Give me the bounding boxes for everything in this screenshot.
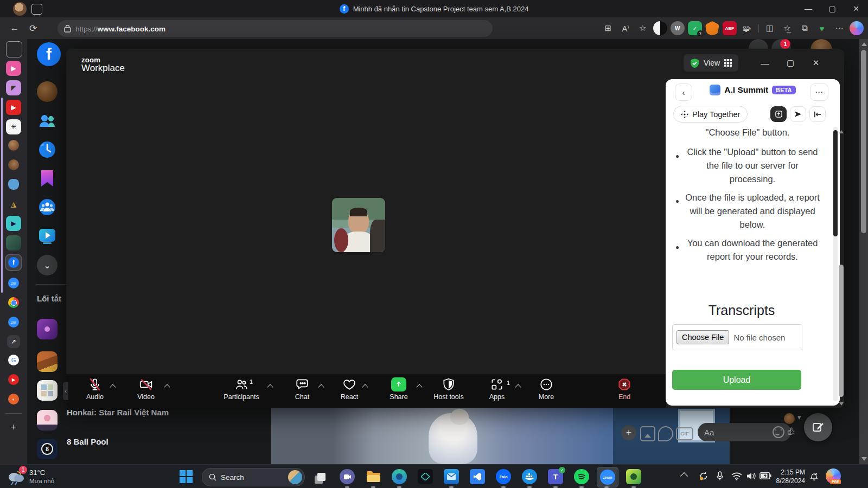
taskbar-game-app-icon[interactable]	[626, 469, 641, 484]
panel-inner-scrollbar-track[interactable]	[833, 127, 838, 401]
tray-notification-bell-icon[interactable]	[809, 472, 819, 481]
panel-more-button[interactable]: ⋯	[810, 84, 828, 101]
zoom-minimize-button[interactable]: —	[754, 54, 776, 72]
chat-mini-avatar[interactable]	[784, 413, 795, 424]
fb-memories-icon[interactable]	[37, 139, 58, 160]
browser-essentials-icon[interactable]: ♥	[815, 24, 829, 33]
facebook-logo[interactable]: f	[37, 42, 61, 66]
address-bar[interactable]: https://www.facebook.com	[58, 20, 493, 37]
fb-video-icon[interactable]	[37, 226, 58, 247]
choose-file-button[interactable]: Choose File	[676, 330, 729, 344]
zoom-close-button[interactable]: ✕	[805, 54, 827, 72]
sidebar-facebook-active-icon[interactable]: f	[6, 255, 21, 270]
more-button[interactable]: More	[524, 377, 569, 401]
weather-widget[interactable]: 1 31°C Mưa nhỏ	[3, 465, 88, 488]
sidebar-orange-app-icon[interactable]: ◐	[8, 394, 19, 404]
sidebar-triangle-logo-icon[interactable]: ◮	[8, 198, 19, 209]
refresh-button[interactable]: ⟳	[24, 20, 42, 36]
tray-mic-icon[interactable]	[716, 471, 724, 481]
audio-button[interactable]: Audio	[72, 377, 118, 401]
fb-see-more-chevron[interactable]: ⌄	[37, 255, 58, 275]
taskbar-zalo-icon[interactable]: Zalo	[496, 469, 511, 484]
participants-options-chevron[interactable]	[267, 384, 273, 390]
extensions-puzzle-icon[interactable]: 🧩︎	[740, 24, 754, 33]
read-aloud-icon[interactable]: A)	[618, 24, 633, 33]
sidebar-profile-site-icon-2[interactable]	[8, 159, 19, 170]
scrollbar-up-arrow[interactable]	[861, 42, 867, 46]
browser-restore-button[interactable]: ▢	[820, 0, 844, 17]
sidebar-zoom-icon-2[interactable]: zm	[8, 317, 19, 328]
browser-close-button[interactable]: ✕	[844, 0, 868, 17]
fb-shortcut-honkai-label[interactable]: Honkai: Star Rail Việt Nam	[67, 408, 208, 417]
sidebar-chrome-icon[interactable]	[8, 297, 19, 308]
chat-like-icon[interactable]: 👍︎	[786, 425, 796, 438]
fb-shortcut-honkai-icon[interactable]	[37, 410, 58, 431]
back-button[interactable]: ←	[5, 20, 24, 36]
file-input[interactable]: Choose File No file chosen	[672, 324, 802, 350]
chat-button[interactable]: Chat	[279, 377, 325, 401]
copilot-icon[interactable]	[850, 21, 864, 35]
fb-shortcut-8ball-icon[interactable]: 8	[37, 439, 58, 459]
sidebar-chatgpt-icon[interactable]: ✳	[6, 119, 21, 134]
view-button[interactable]: View	[684, 54, 738, 72]
panel-collapse-button[interactable]	[809, 106, 826, 122]
end-button[interactable]: End	[602, 377, 647, 401]
collections-icon[interactable]: ⧉	[797, 23, 812, 33]
sidebar-teal-video-app-icon[interactable]: ▶	[6, 216, 21, 231]
taskbar-spotify-icon[interactable]	[574, 469, 589, 484]
start-button[interactable]	[179, 470, 193, 484]
apps-button[interactable]: Apps	[474, 377, 520, 401]
chat-photo-icon[interactable]	[640, 426, 655, 441]
play-together-button[interactable]: Play Together	[673, 106, 748, 123]
tray-update-icon[interactable]	[699, 471, 709, 481]
task-view-button[interactable]	[314, 469, 329, 484]
panel-outer-scrollbar[interactable]	[839, 130, 844, 406]
panel-scroll-thumb[interactable]	[839, 265, 844, 397]
tray-copilot-icon[interactable]: PRE	[826, 468, 841, 484]
settings-menu-icon[interactable]: ⋯	[832, 23, 846, 33]
taskbar-search[interactable]: Search	[202, 468, 305, 486]
metamask-extension-icon[interactable]	[705, 21, 719, 35]
taskbar-mail-icon[interactable]	[444, 469, 459, 484]
taskbar-edge-icon[interactable]	[392, 469, 407, 484]
sidebar-zoom-icon[interactable]: zm	[8, 278, 19, 288]
upload-button[interactable]: Upload	[672, 370, 801, 390]
fb-shortcut-map-icon[interactable]	[37, 380, 58, 401]
panel-scroll-down-arrow[interactable]	[839, 402, 844, 406]
shield-extension-icon[interactable]: ✓7	[688, 21, 702, 35]
taskbar-docker-icon[interactable]	[522, 469, 537, 484]
panel-popout-button[interactable]	[770, 106, 787, 122]
scrollbar-down-arrow[interactable]	[861, 457, 867, 461]
sidebar-violet-video-app-icon[interactable]: ◤	[6, 80, 21, 95]
panel-inner-scrollbar-thumb[interactable]	[833, 130, 838, 236]
sidebar-add-button[interactable]: +	[6, 420, 21, 435]
browser-minimize-button[interactable]: —	[796, 0, 820, 17]
taskbar-file-explorer-icon[interactable]	[366, 469, 381, 484]
dark-reader-extension-icon[interactable]	[653, 21, 667, 35]
favorite-star-icon[interactable]: ☆	[636, 23, 650, 33]
chat-gif-icon[interactable]: GIF	[676, 427, 693, 440]
fb-friends-icon[interactable]	[37, 111, 58, 131]
taskbar-zoom-icon[interactable]: zoom	[600, 470, 615, 485]
sidebar-profile-site-icon[interactable]	[8, 140, 19, 151]
tray-clock[interactable]: 2:15 PM 8/28/2024	[773, 468, 805, 485]
fb-shortcut-building-icon[interactable]	[37, 351, 58, 372]
taskbar-predator-icon[interactable]	[418, 469, 433, 484]
search-daily-image[interactable]	[288, 470, 302, 484]
taskbar-meet-app-icon[interactable]	[340, 469, 355, 484]
panel-scroll-up-arrow[interactable]	[839, 130, 844, 133]
sidebar-google-icon[interactable]: G	[8, 355, 19, 365]
chat-collapse-chevron[interactable]: ▾	[797, 413, 801, 421]
taskbar-zoom-active-highlight[interactable]: zoom	[597, 467, 618, 487]
w-extension-icon[interactable]: W	[671, 21, 685, 35]
panel-send-button[interactable]	[790, 106, 806, 122]
tray-expand-chevron[interactable]	[680, 472, 688, 480]
sidebar-tabs-icon[interactable]	[6, 41, 22, 57]
adblock-extension-icon[interactable]: ABP	[723, 21, 737, 35]
tray-wifi-icon[interactable]	[731, 472, 742, 480]
sidebar-game-site-icon[interactable]	[6, 235, 21, 251]
participants-button[interactable]: Participants	[219, 377, 264, 401]
scrollbar-thumb[interactable]	[861, 50, 866, 233]
toolbar-collapse-handle[interactable]: ‹	[63, 382, 68, 400]
sidebar-youtube-icon[interactable]: ▶	[6, 100, 21, 115]
